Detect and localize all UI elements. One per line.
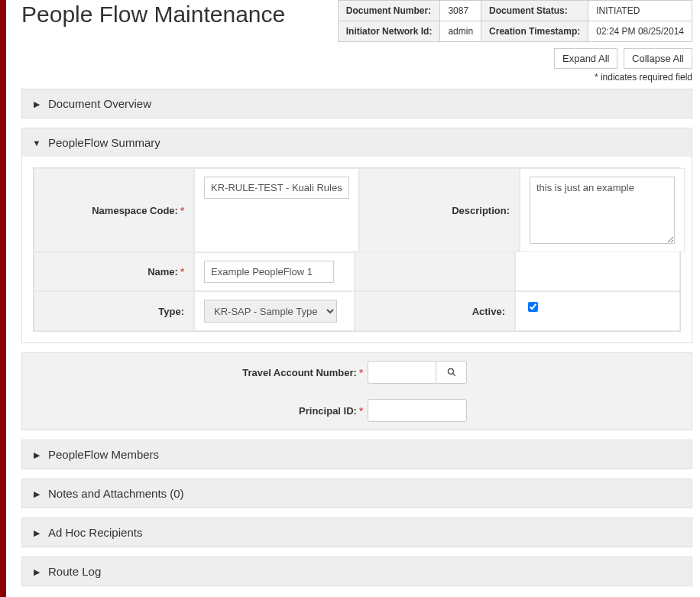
section-header-peopleflow-members[interactable]: ▶ PeopleFlow Members: [22, 440, 692, 469]
namespace-code-label: Namespace Code:: [92, 205, 178, 216]
created-value: 02:24 PM 08/25/2014: [588, 21, 692, 42]
active-checkbox[interactable]: [528, 302, 538, 312]
caret-right-icon: ▶: [31, 566, 42, 577]
svg-line-1: [452, 374, 455, 376]
page-title: People Flow Maintenance: [21, 0, 285, 28]
name-input[interactable]: [204, 261, 334, 283]
caret-right-icon: ▶: [31, 527, 42, 538]
travel-account-label: Travel Account Number:: [242, 367, 357, 378]
initiator-value: admin: [440, 21, 481, 42]
section-title-document-overview: Document Overview: [48, 97, 151, 110]
required-asterisk: *: [180, 266, 184, 277]
section-title-peopleflow-members: PeopleFlow Members: [48, 448, 159, 461]
section-title-peopleflow-summary: PeopleFlow Summary: [48, 136, 160, 149]
caret-right-icon: ▶: [31, 99, 42, 109]
principal-id-input[interactable]: [368, 399, 467, 422]
active-label: Active:: [472, 306, 505, 317]
caret-down-icon: ▼: [31, 138, 42, 148]
type-select[interactable]: KR-SAP - Sample Type: [204, 300, 337, 323]
section-title-notes-attachments: Notes and Attachments (0): [48, 487, 184, 500]
required-note: * indicates required field: [21, 72, 692, 83]
required-asterisk: *: [359, 405, 363, 417]
caret-right-icon: ▶: [31, 488, 42, 499]
svg-point-0: [448, 368, 453, 374]
travel-account-input[interactable]: [368, 361, 436, 384]
created-label: Creation Timestamp:: [481, 21, 588, 42]
doc-number-label: Document Number:: [338, 1, 440, 21]
description-textarea[interactable]: [530, 177, 675, 244]
doc-status-value: INITIATED: [588, 1, 692, 21]
account-details-box: Travel Account Number:* Principal ID:*: [21, 352, 692, 430]
section-header-adhoc-recipients[interactable]: ▶ Ad Hoc Recipients: [22, 518, 692, 547]
description-label: Description:: [452, 205, 510, 216]
section-header-notes-attachments[interactable]: ▶ Notes and Attachments (0): [22, 479, 692, 508]
doc-status-label: Document Status:: [481, 1, 588, 21]
namespace-code-input[interactable]: [204, 177, 349, 199]
required-asterisk: *: [359, 367, 363, 378]
document-info-table: Document Number: 3087 Document Status: I…: [338, 0, 692, 42]
doc-number-value: 3087: [440, 1, 481, 21]
section-header-document-overview[interactable]: ▶ Document Overview: [22, 89, 692, 118]
search-icon: [446, 367, 457, 378]
section-header-peopleflow-summary[interactable]: ▼ PeopleFlow Summary: [22, 128, 692, 157]
required-asterisk: *: [180, 205, 184, 216]
collapse-all-button[interactable]: Collapse All: [624, 48, 692, 69]
initiator-label: Initiator Network Id:: [338, 21, 440, 42]
expand-all-button[interactable]: Expand All: [554, 48, 617, 69]
section-header-route-log[interactable]: ▶ Route Log: [22, 557, 692, 586]
type-label: Type:: [158, 306, 184, 317]
travel-account-lookup-button[interactable]: [436, 361, 467, 384]
section-title-route-log: Route Log: [48, 565, 101, 578]
name-label: Name:: [147, 266, 178, 277]
caret-right-icon: ▶: [31, 449, 42, 460]
section-title-adhoc-recipients: Ad Hoc Recipients: [48, 526, 142, 539]
principal-id-label: Principal ID:: [299, 405, 357, 417]
